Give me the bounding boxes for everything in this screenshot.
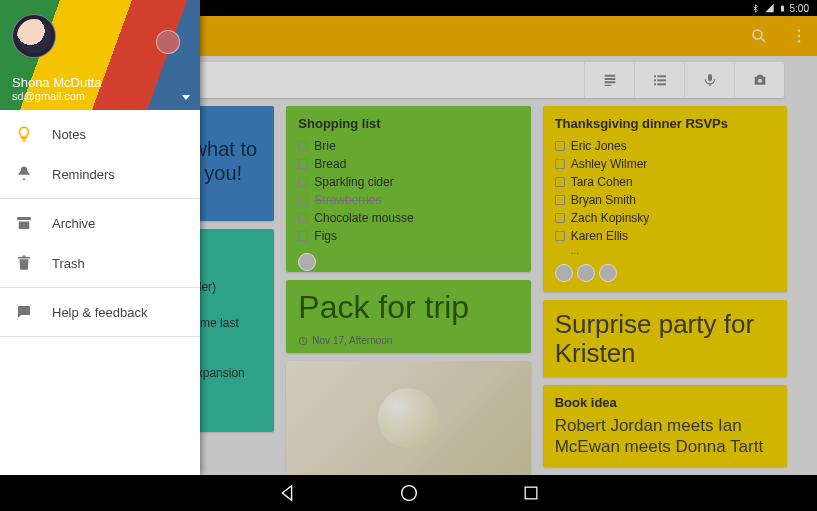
drawer-item-label: Notes bbox=[52, 127, 86, 142]
drawer-item-archive[interactable]: Archive bbox=[0, 203, 200, 243]
drawer-item-label: Reminders bbox=[52, 167, 115, 182]
reminder-icon bbox=[14, 164, 34, 184]
drawer-item-label: Trash bbox=[52, 256, 85, 271]
trash-icon bbox=[14, 253, 34, 273]
drawer-divider bbox=[0, 198, 200, 199]
user-avatar[interactable] bbox=[12, 14, 56, 58]
user-email: sd@gmail.com bbox=[12, 90, 188, 102]
drawer-item-trash[interactable]: Trash bbox=[0, 243, 200, 283]
drawer-item-reminders[interactable]: Reminders bbox=[0, 154, 200, 194]
account-dropdown-icon[interactable] bbox=[182, 95, 190, 100]
recents-button[interactable] bbox=[520, 482, 542, 504]
drawer-item-label: Archive bbox=[52, 216, 95, 231]
drawer-header[interactable]: Shona McDutta sd@gmail.com bbox=[0, 0, 200, 110]
drawer-item-notes[interactable]: Notes bbox=[0, 114, 200, 154]
svg-point-13 bbox=[401, 486, 416, 501]
user-name: Shona McDutta bbox=[12, 75, 188, 90]
back-button[interactable] bbox=[276, 482, 298, 504]
android-nav-bar bbox=[0, 475, 817, 511]
drawer-divider bbox=[0, 336, 200, 337]
drawer-item-label: Help & feedback bbox=[52, 305, 147, 320]
alt-account-avatar[interactable] bbox=[156, 30, 180, 54]
drawer-list: Notes Reminders Archive Trash Help & fee… bbox=[0, 110, 200, 341]
svg-rect-14 bbox=[525, 487, 537, 499]
feedback-icon bbox=[14, 302, 34, 322]
drawer-divider bbox=[0, 287, 200, 288]
archive-icon bbox=[14, 213, 34, 233]
home-button[interactable] bbox=[398, 482, 420, 504]
drawer-item-help[interactable]: Help & feedback bbox=[0, 292, 200, 332]
navigation-drawer: Shona McDutta sd@gmail.com Notes Reminde… bbox=[0, 0, 200, 475]
lightbulb-icon bbox=[14, 124, 34, 144]
